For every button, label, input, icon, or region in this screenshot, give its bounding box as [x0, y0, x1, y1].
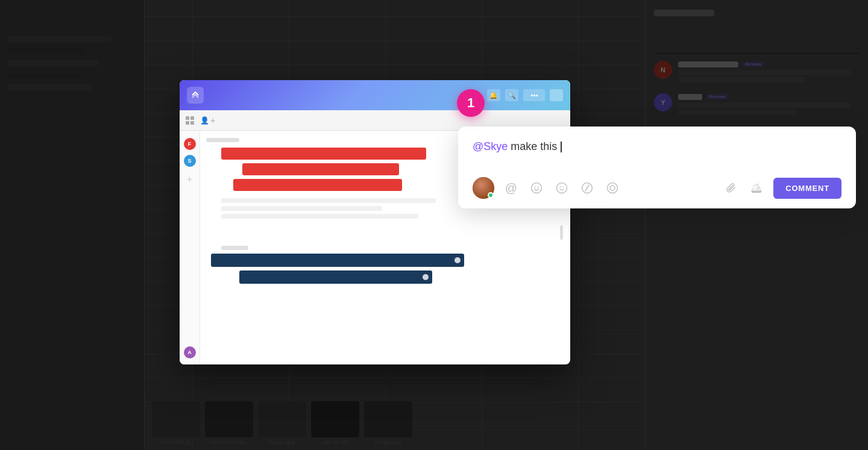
mention-text: @Skye	[473, 140, 508, 152]
rp-comment-item-1: N Review	[654, 61, 860, 83]
toolbar-icon-drive[interactable]	[748, 180, 765, 196]
svg-point-3	[557, 183, 567, 193]
svg-point-8	[608, 183, 618, 193]
left-sidebar-items	[0, 0, 145, 450]
avatar-a: A	[184, 346, 196, 358]
comment-toolbar: @	[473, 177, 841, 199]
rp-comment-item-2: Y Review	[654, 93, 860, 115]
text-cursor	[561, 142, 562, 152]
svg-point-0	[532, 183, 542, 193]
comment-button[interactable]: COMMENT	[773, 178, 841, 199]
modal-sidebar: F S + A	[180, 131, 200, 364]
svg-point-2	[538, 187, 539, 188]
rp-top-section	[654, 10, 860, 43]
comment-text-area[interactable]: @Skye make this	[473, 139, 841, 165]
gantt-bar-red-3	[233, 179, 402, 191]
svg-point-5	[563, 187, 564, 188]
toolbar-icon-reaction[interactable]	[528, 180, 545, 196]
comment-popup: @Skye make this @	[458, 127, 856, 208]
main-modal: 🔔 🔍 👤+ F S	[180, 80, 570, 364]
gantt-bar-blue-1	[211, 254, 464, 267]
gantt-bar-red-1	[221, 148, 426, 160]
online-indicator	[488, 192, 494, 198]
toolbar-icon-at[interactable]: @	[503, 180, 520, 196]
comment-body-text: make this	[508, 140, 560, 152]
svg-point-4	[560, 187, 561, 188]
toolbar-icon-emoji[interactable]	[553, 180, 570, 196]
modal-header-right: 🔔 🔍	[487, 89, 563, 101]
toolbar-icon-attach[interactable]	[723, 180, 740, 196]
gantt-bar-red-2	[242, 163, 399, 175]
modal-header: 🔔 🔍	[180, 80, 570, 110]
commenter-avatar	[473, 177, 494, 199]
sidebar-plus[interactable]: +	[184, 174, 195, 185]
svg-line-7	[585, 185, 589, 191]
gantt-bar-blue-2	[239, 270, 432, 284]
toolbar-icon-circle[interactable]	[604, 180, 621, 196]
modal-logo	[187, 87, 204, 104]
notification-badge: 1	[457, 89, 485, 117]
svg-point-9	[610, 186, 615, 190]
avatar-s: S	[184, 155, 196, 167]
bottom-files: animated.gif memorial-busi... image.png …	[145, 396, 645, 450]
toolbar-icon-slash[interactable]	[579, 180, 596, 196]
right-panel: N Review Y Review	[645, 0, 868, 450]
svg-point-1	[535, 187, 536, 188]
avatar-f: F	[184, 138, 196, 150]
